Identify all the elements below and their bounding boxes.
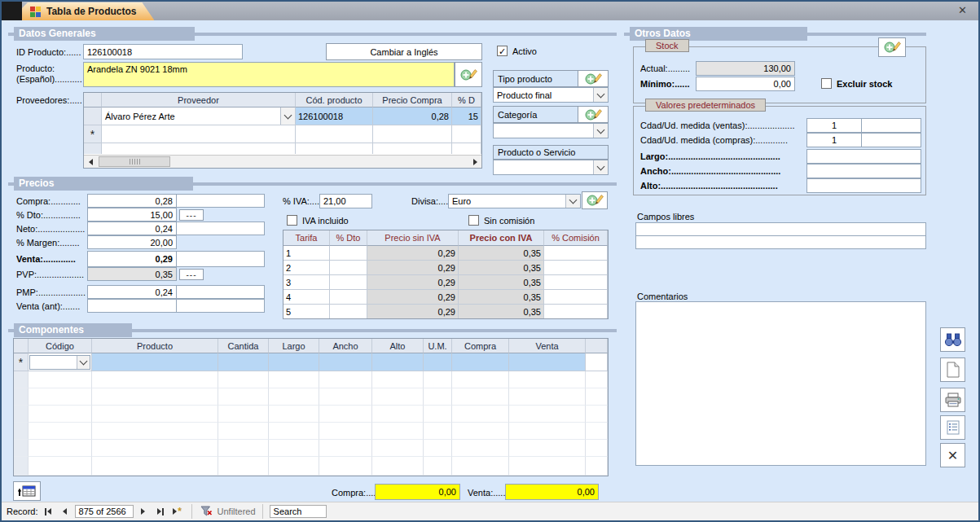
filter-state-label[interactable]: Unfiltered xyxy=(218,507,256,516)
iva-field[interactable]: 21,00 xyxy=(319,194,372,208)
largo-field[interactable] xyxy=(806,149,921,164)
scroll-right-icon[interactable] xyxy=(468,156,481,168)
pct-dto-cell[interactable]: 15 xyxy=(452,107,481,125)
new-record-nav-button[interactable]: * xyxy=(170,505,185,518)
activo-checkbox-box[interactable]: ✓ xyxy=(497,46,508,56)
venta-ant-field[interactable] xyxy=(87,299,177,313)
empty-row[interactable] xyxy=(14,440,608,457)
activo-checkbox[interactable]: ✓ Activo xyxy=(497,46,537,56)
close-form-button[interactable]: ✕ xyxy=(940,443,965,467)
codigo-combo[interactable] xyxy=(29,353,92,371)
add-edit-producto-button[interactable] xyxy=(455,62,482,87)
col-header-largo[interactable]: Largo xyxy=(269,339,319,353)
print-button[interactable] xyxy=(940,388,965,412)
add-edit-tipo-producto-button[interactable] xyxy=(578,71,608,86)
col-header-precio-compra[interactable]: Precio Compra xyxy=(373,93,452,107)
close-window-icon[interactable]: ✕ xyxy=(958,5,967,15)
ancho-field[interactable] xyxy=(806,164,921,178)
first-record-button[interactable] xyxy=(41,505,55,518)
cdad-ventas-field[interactable]: 1 xyxy=(806,118,862,133)
id-producto-field[interactable]: 126100018 xyxy=(83,44,243,59)
precio-compra-cell[interactable]: 0,28 xyxy=(373,107,452,125)
scroll-left-icon[interactable] xyxy=(84,156,97,168)
new-proveedor-row[interactable]: * xyxy=(84,125,481,143)
cdad-ventas-um-field[interactable] xyxy=(861,118,921,133)
proveedor-combo[interactable]: Álvaro Pérez Arte xyxy=(102,107,296,125)
venta-aux-field[interactable] xyxy=(176,251,265,267)
categoria-combo[interactable] xyxy=(493,123,609,138)
cdad-compras-field[interactable]: 1 xyxy=(806,133,862,147)
tab-tabla-de-productos[interactable]: Tabla de Productos xyxy=(22,2,154,20)
dto-detail-button[interactable]: --- xyxy=(179,209,204,221)
add-edit-stock-button[interactable] xyxy=(878,37,906,57)
chevron-down-icon[interactable] xyxy=(77,356,90,369)
compra-field[interactable]: 0,28 xyxy=(87,194,177,208)
col-header-ancho[interactable]: Ancho xyxy=(319,339,372,353)
alto-field[interactable] xyxy=(806,178,921,193)
col-header-venta[interactable]: Venta xyxy=(509,339,586,353)
pvp-field[interactable]: 0,35 xyxy=(87,267,177,281)
add-edit-categoria-button[interactable] xyxy=(578,107,608,122)
chevron-down-icon[interactable] xyxy=(593,88,608,102)
iva-incluido-checkbox[interactable]: IVA incluido xyxy=(287,215,349,226)
chevron-down-icon[interactable] xyxy=(593,160,608,174)
cambiar-a-ingles-button[interactable]: Cambiar a Inglés xyxy=(326,43,482,60)
cdad-compras-um-field[interactable] xyxy=(861,133,921,147)
horizontal-scrollbar[interactable] xyxy=(84,155,481,168)
venta-ant-aux-field[interactable] xyxy=(176,299,265,313)
record-position-field[interactable]: 875 of 2566 xyxy=(75,505,134,518)
col-header-cantidad[interactable]: Cantida xyxy=(218,339,269,353)
compra-aux-field[interactable] xyxy=(176,194,265,208)
tipo-producto-combo[interactable]: Producto final xyxy=(493,87,609,103)
col-header-pct-dto[interactable]: % D xyxy=(452,93,481,107)
filter-icon[interactable] xyxy=(199,505,215,518)
grid-select-all-cell[interactable] xyxy=(84,93,102,107)
sin-comision-checkbox[interactable]: Sin comisión xyxy=(468,215,534,226)
producto-espanol-field[interactable]: Arandela ZN 9021 18mm xyxy=(83,62,455,87)
cod-producto-cell[interactable]: 126100018 xyxy=(296,107,373,125)
empty-row[interactable] xyxy=(14,457,608,476)
empty-row[interactable] xyxy=(14,423,608,440)
divisa-combo[interactable]: Euro xyxy=(448,194,581,208)
comentarios-field[interactable] xyxy=(635,301,926,466)
campo-libre-1-field[interactable] xyxy=(635,222,926,236)
col-header-producto[interactable]: Producto xyxy=(92,339,218,353)
empty-row[interactable] xyxy=(14,388,608,406)
report-button[interactable] xyxy=(940,415,965,440)
grid-select-all-cell[interactable] xyxy=(14,339,29,353)
stock-minimo-field[interactable]: 0,00 xyxy=(696,77,795,91)
col-header-proveedor[interactable]: Proveedor xyxy=(102,93,296,107)
last-record-button[interactable] xyxy=(153,505,168,518)
previous-record-button[interactable] xyxy=(58,505,73,518)
neto-aux-field[interactable] xyxy=(176,222,265,235)
datasheet-view-button[interactable] xyxy=(13,481,41,501)
neto-field[interactable]: 0,24 xyxy=(87,222,177,235)
col-header-cod-producto[interactable]: Cód. producto xyxy=(296,93,373,107)
empty-row[interactable] xyxy=(14,371,608,388)
chevron-down-icon[interactable] xyxy=(280,107,295,125)
new-record-button[interactable] xyxy=(940,358,965,382)
campo-libre-2-field[interactable] xyxy=(635,235,926,249)
producto-servicio-combo[interactable] xyxy=(493,160,609,175)
pmp-field[interactable]: 0,24 xyxy=(87,285,177,299)
row-selector[interactable] xyxy=(84,107,102,125)
search-input[interactable]: Search xyxy=(270,505,327,518)
chevron-down-icon[interactable] xyxy=(565,195,580,208)
col-header-alto[interactable]: Alto xyxy=(372,339,424,353)
componentes-new-row[interactable]: * xyxy=(14,353,608,371)
venta-field[interactable]: 0,29 xyxy=(87,251,177,267)
excluir-stock-checkbox[interactable]: Excluir stock xyxy=(821,78,892,89)
col-header-um[interactable]: U.M. xyxy=(424,339,452,353)
empty-row[interactable] xyxy=(14,406,608,423)
dto-field[interactable]: 15,00 xyxy=(87,208,177,222)
col-header-codigo[interactable]: Código xyxy=(29,339,92,353)
next-record-button[interactable] xyxy=(136,505,151,518)
margen-field[interactable]: 20,00 xyxy=(87,235,177,249)
col-header-compra[interactable]: Compra xyxy=(452,339,509,353)
pvp-detail-button[interactable]: --- xyxy=(179,269,204,280)
find-button[interactable] xyxy=(940,327,965,352)
chevron-down-icon[interactable] xyxy=(593,124,608,138)
add-edit-divisa-button[interactable] xyxy=(582,191,608,209)
scrollbar-thumb[interactable] xyxy=(99,156,170,167)
pmp-aux-field[interactable] xyxy=(176,285,265,299)
